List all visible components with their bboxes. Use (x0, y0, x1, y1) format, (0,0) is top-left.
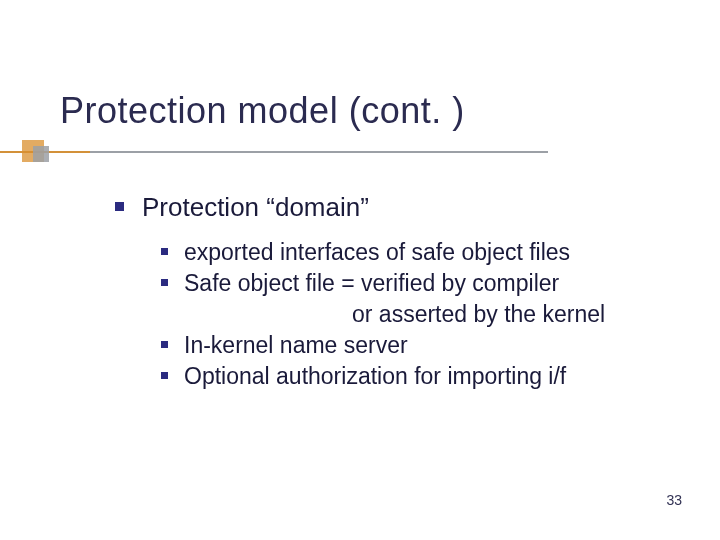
bullet-level2: Safe object file = verified by compiler (161, 268, 680, 299)
title-block: Protection model (cont. ) (60, 90, 465, 132)
bullet-continuation: or asserted by the kernel (184, 299, 680, 330)
square-bullet-icon (161, 248, 168, 255)
bullet-level2-group: exported interfaces of safe object files… (161, 237, 680, 392)
bullet-text: exported interfaces of safe object files (184, 237, 570, 268)
square-bullet-icon (115, 202, 124, 211)
square-bullet-icon (161, 279, 168, 286)
bullet-text: In-kernel name server (184, 330, 408, 361)
slide-title: Protection model (cont. ) (60, 90, 465, 132)
bullet-text: Protection “domain” (142, 190, 369, 225)
body-content: Protection “domain” exported interfaces … (115, 190, 680, 392)
bullet-text: Optional authorization for importing i/f (184, 361, 566, 392)
title-decoration (0, 140, 720, 164)
slide: Protection model (cont. ) Protection “do… (0, 0, 720, 540)
deco-square-grey (33, 146, 49, 162)
square-bullet-icon (161, 372, 168, 379)
square-bullet-icon (161, 341, 168, 348)
bullet-level2: Optional authorization for importing i/f (161, 361, 680, 392)
bullet-level1: Protection “domain” (115, 190, 680, 225)
page-number: 33 (666, 492, 682, 508)
bullet-level2: exported interfaces of safe object files (161, 237, 680, 268)
bullet-text: Safe object file = verified by compiler (184, 268, 559, 299)
bullet-level2: In-kernel name server (161, 330, 680, 361)
